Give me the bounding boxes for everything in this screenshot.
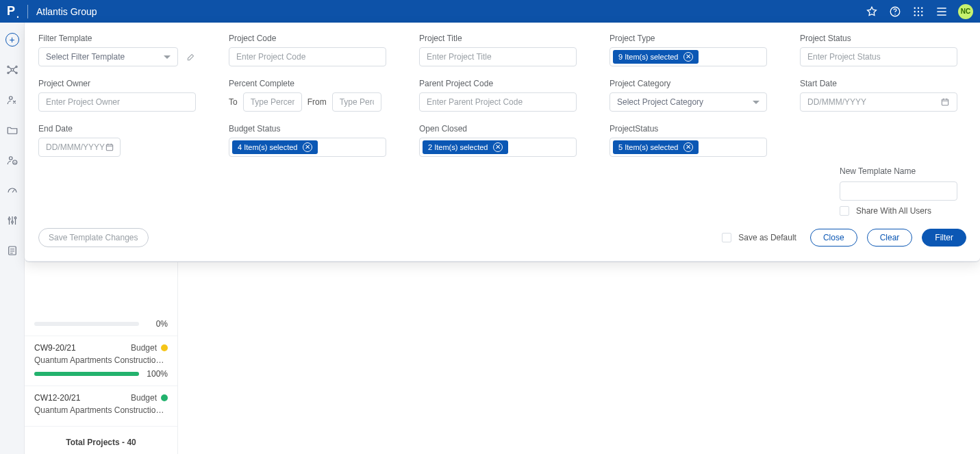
- status-dot: [161, 394, 168, 401]
- progress-bar: [34, 372, 139, 376]
- filter-button[interactable]: Filter: [922, 229, 966, 247]
- start-date-label: Start Date: [800, 79, 957, 88]
- open-closed-label: Open Closed: [419, 124, 577, 134]
- parent-code-input[interactable]: [419, 92, 577, 112]
- gauge-icon[interactable]: [5, 183, 20, 198]
- save-template-button[interactable]: Save Template Changes: [38, 228, 149, 247]
- end-date-input[interactable]: DD/MMM/YYYY: [38, 138, 121, 157]
- projects-footer: Total Projects - 40: [25, 431, 177, 454]
- help-icon[interactable]: [888, 5, 902, 18]
- menu-icon[interactable]: [935, 5, 948, 18]
- percent-to-input[interactable]: [243, 92, 302, 112]
- project-owner-input[interactable]: [38, 92, 196, 112]
- project-type-multiselect[interactable]: 9 Item(s) selected ✕: [610, 47, 767, 66]
- svg-point-4: [921, 7, 922, 8]
- svg-point-21: [11, 221, 13, 223]
- project-name: Quantum Apartments Construction - Phas..…: [34, 355, 168, 365]
- project-type-chip: 9 Item(s) selected ✕: [613, 50, 699, 64]
- project-code-input[interactable]: [229, 47, 386, 66]
- project-category-select[interactable]: Select Project Category: [610, 92, 767, 112]
- project-card[interactable]: 0%: [25, 312, 177, 336]
- network-icon[interactable]: [5, 62, 20, 77]
- user-cost-icon[interactable]: $: [5, 153, 20, 168]
- date-placeholder: DD/MMM/YYYY: [46, 142, 105, 152]
- start-date-input[interactable]: DD/MMM/YYYY: [800, 92, 957, 112]
- open-closed-chip: 2 Item(s) selected ✕: [423, 140, 508, 154]
- brand-letter: P: [7, 4, 15, 18]
- svg-point-7: [921, 10, 922, 12]
- avatar-initials: NC: [961, 8, 970, 15]
- percent-from-input[interactable]: [332, 92, 381, 112]
- projectstatus2-multiselect[interactable]: 5 Item(s) selected ✕: [610, 138, 767, 157]
- project-card[interactable]: CW9-20/21 Budget Quantum Apartments Cons…: [25, 336, 177, 386]
- svg-point-17: [9, 157, 12, 160]
- calendar-icon: [105, 142, 114, 152]
- project-category-placeholder: Select Project Category: [617, 97, 703, 107]
- content-area: [CW2-20/21] Growth Capital Initiative Fi…: [178, 23, 980, 454]
- star-icon[interactable]: [865, 5, 879, 18]
- svg-point-1: [894, 14, 895, 14]
- progress-percent: 100%: [146, 369, 168, 379]
- chip-label: 5 Item(s) selected: [618, 143, 678, 151]
- project-title-label: Project Title: [419, 34, 577, 43]
- brand-logo[interactable]: P .: [7, 4, 19, 18]
- brand-dot: .: [16, 9, 19, 20]
- project-status-input[interactable]: [800, 47, 957, 66]
- edit-template-icon[interactable]: [186, 52, 196, 62]
- svg-point-10: [921, 14, 922, 16]
- chip-label: 9 Item(s) selected: [618, 53, 678, 61]
- project-title-input[interactable]: [419, 47, 577, 66]
- new-template-input[interactable]: [840, 181, 957, 201]
- close-button[interactable]: Close: [810, 229, 857, 247]
- chip-label: 2 Item(s) selected: [428, 143, 488, 151]
- parent-code-label: Parent Project Code: [419, 79, 577, 88]
- clear-chip-icon[interactable]: ✕: [493, 142, 503, 152]
- clear-chip-icon[interactable]: ✕: [683, 52, 693, 62]
- project-card[interactable]: CW12-20/21 Budget Quantum Apartments Con…: [25, 386, 177, 427]
- project-code: CW12-20/21: [34, 393, 80, 403]
- svg-point-6: [918, 10, 919, 12]
- svg-rect-24: [942, 99, 948, 105]
- app-header: P . Atlantis Group NC: [0, 0, 980, 23]
- svg-point-2: [914, 7, 916, 8]
- people-icon[interactable]: [5, 92, 20, 108]
- open-closed-multiselect[interactable]: 2 Item(s) selected ✕: [419, 138, 577, 157]
- projectstatus2-label: ProjectStatus: [610, 124, 767, 134]
- clear-chip-icon[interactable]: ✕: [303, 142, 312, 152]
- project-owner-label: Project Owner: [38, 79, 196, 88]
- progress-bar: [34, 322, 139, 326]
- project-category-label: Project Category: [610, 79, 767, 88]
- add-icon[interactable]: +: [5, 32, 20, 47]
- filter-template-select[interactable]: Select Filter Template: [38, 47, 178, 66]
- project-name: Quantum Apartments Construction - Phase …: [34, 405, 168, 415]
- form-icon[interactable]: [5, 243, 20, 258]
- chevron-down-icon: [753, 101, 759, 104]
- save-as-default-checkbox[interactable]: [722, 233, 731, 242]
- budget-status-multiselect[interactable]: 4 Item(s) selected ✕: [229, 138, 386, 157]
- clear-button[interactable]: Clear: [867, 229, 913, 247]
- budget-label: Budget: [131, 393, 157, 403]
- project-status-label: Project Status: [800, 34, 957, 43]
- svg-point-20: [8, 218, 10, 220]
- svg-point-15: [15, 72, 16, 73]
- left-rail: + $: [0, 23, 25, 454]
- org-name[interactable]: Atlantis Group: [36, 6, 97, 17]
- chevron-down-icon: [164, 55, 171, 59]
- status-dot: [161, 344, 168, 351]
- svg-point-13: [15, 66, 16, 67]
- end-date-label: End Date: [38, 124, 196, 134]
- svg-point-8: [914, 14, 916, 16]
- sliders-icon[interactable]: [5, 213, 20, 228]
- filter-template-placeholder: Select Filter Template: [46, 52, 125, 62]
- filter-panel: Filter Template Select Filter Template: [25, 23, 980, 262]
- svg-point-16: [9, 97, 12, 100]
- clear-chip-icon[interactable]: ✕: [683, 142, 693, 152]
- svg-point-3: [918, 7, 919, 8]
- avatar[interactable]: NC: [958, 4, 973, 19]
- apps-grid-icon[interactable]: [912, 5, 925, 18]
- share-with-all-checkbox[interactable]: [840, 206, 849, 216]
- svg-point-11: [11, 68, 14, 71]
- budget-status-label: Budget Status: [229, 124, 386, 134]
- folder-icon[interactable]: [5, 123, 20, 138]
- share-with-all-label: Share With All Users: [856, 206, 931, 216]
